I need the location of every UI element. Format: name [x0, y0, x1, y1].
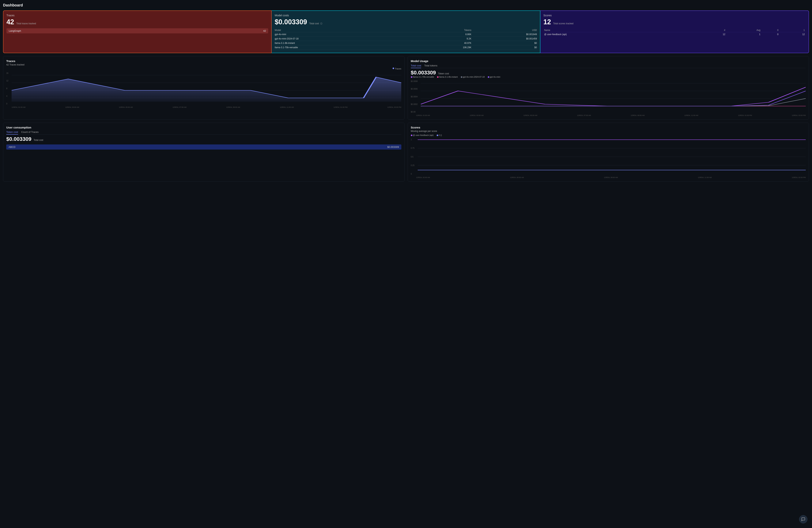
scores-col-hash: #	[700, 28, 726, 32]
traces-x-labels: 12/8/24, 01:00 AM12/8/24, 03:00 AM12/8/2…	[6, 106, 401, 108]
legend-item: gpt-4o-mini	[488, 76, 500, 78]
table-row: llama-3.1-8b-instant40.97K$0	[275, 41, 537, 45]
page-title: Dashboard	[3, 3, 809, 7]
chat-button[interactable]	[799, 515, 808, 524]
traces-card-label: Traces	[6, 14, 268, 17]
scores-sub: Total scores tracked	[553, 22, 574, 25]
user-bar-value: $0.003309	[387, 146, 399, 148]
model-usage-x-labels: 12/8/24, 01:00 AM12/8/24, 03:00 AM12/8/2…	[411, 115, 806, 116]
x-label: 12/8/24, 02:00 AM	[416, 177, 430, 178]
x-label: 12/8/24, 07:00 AM	[577, 115, 591, 116]
user-consumption-title: User consumption	[6, 126, 401, 129]
info-icon: ⓘ	[320, 22, 322, 25]
scores-bottom-panel: Scores Moving average per score @ user-f…	[408, 123, 809, 182]
x-label: 12/8/24, 05:00 AM	[523, 115, 537, 116]
model-usage-svg	[421, 79, 806, 110]
model-costs-col-tokens: Tokens	[420, 28, 471, 32]
x-label: 12/8/24, 07:00 AM	[173, 106, 186, 108]
traces-legend-label: Traces	[395, 67, 401, 70]
traces-sub: Total traces tracked	[16, 22, 36, 25]
x-label: 12/8/24, 05:00 AM	[510, 177, 524, 178]
model-costs-label: Model costs	[275, 14, 537, 17]
legend-item: llama-3.1-70b-versatile	[411, 76, 434, 78]
x-label: 12/8/24, 05:00 AM	[119, 106, 133, 108]
traces-svg	[12, 71, 401, 102]
traces-bar-label: LangGraph	[9, 29, 21, 32]
x-label: 12/8/24, 03:00 PM	[387, 106, 401, 108]
legend-item: # ()	[437, 134, 442, 136]
user-consumption-sub: Total cost	[34, 139, 43, 141]
model-usage-big-num: $0.003309	[411, 70, 436, 76]
scores-table: Name # Avg 0 1 @ user-feedback (api)1210…	[543, 28, 806, 36]
traces-chart: 1612840	[6, 71, 401, 106]
traces-y-labels: 1612840	[6, 71, 12, 106]
model-costs-big-num: $0.003309	[275, 18, 307, 26]
legend-item: gpt-4o-mini-2024-07-18	[461, 76, 485, 78]
scores-col-1: 1	[779, 28, 806, 32]
x-label: 12/8/24, 01:00 PM	[738, 115, 752, 116]
user-consumption-big-num: $0.003309	[6, 136, 31, 142]
x-label: 12/8/24, 02:00 PM	[792, 177, 806, 178]
traces-bar: LangGraph 42	[6, 28, 268, 33]
x-label: 12/8/24, 08:00 AM	[604, 177, 618, 178]
x-label: 12/8/24, 11:00 AM	[698, 177, 712, 178]
scores-svg	[418, 138, 806, 172]
scores-legend: @ user-feedback (api)# ()	[411, 134, 806, 136]
model-usage-title: Model Usage	[411, 59, 806, 63]
top-cards: Traces 42 Total traces tracked LangGraph…	[3, 11, 809, 53]
legend-item: llama-3.1-8b-instant	[437, 76, 458, 78]
traces-big-num: 42	[6, 18, 14, 26]
x-label: 12/8/24, 11:00 AM	[684, 115, 698, 116]
model-costs-col-model: Model	[275, 28, 420, 32]
traces-bar-value: 42	[263, 29, 266, 32]
model-costs-col-usd: USD	[471, 28, 537, 32]
x-label: 12/8/24, 09:00 AM	[226, 106, 240, 108]
x-label: 12/8/24, 01:00 PM	[334, 106, 348, 108]
x-label: 12/8/24, 11:00 AM	[280, 106, 294, 108]
model-usage-chart: $0.0008$0.0006$0.0004$0.0002$0.00	[411, 79, 806, 114]
user-consumption-tabs: Token cost Count of Traces	[6, 130, 401, 135]
scores-col-0: 0	[761, 28, 779, 32]
x-label: 12/8/24, 01:00 AM	[12, 106, 26, 108]
x-label: 12/8/24, 09:00 AM	[630, 115, 644, 116]
top-traces-card: Traces 42 Total traces tracked LangGraph…	[3, 11, 272, 53]
model-costs-table: Model Tokens USD gpt-4o-mini8.86K$0.0016…	[275, 28, 537, 50]
scores-x-labels: 12/8/24, 02:00 AM12/8/24, 05:00 AM12/8/2…	[411, 177, 806, 178]
table-row: gpt-4o-mini-2024-07-189.2K$0.001459	[275, 36, 537, 41]
x-label: 12/8/24, 03:00 AM	[65, 106, 79, 108]
scores-col-avg: Avg	[726, 28, 761, 32]
table-row: llama-3.1-70b-versatile106.29K$0	[275, 45, 537, 50]
scores-y-labels: 10.750.50.250	[411, 138, 418, 176]
table-row: gpt-4o-mini8.86K$0.001649	[275, 32, 537, 36]
legend-item: @ user-feedback (api)	[411, 134, 434, 136]
x-label: 12/8/24, 03:00 PM	[792, 115, 806, 116]
model-usage-legend: llama-3.1-70b-versatilellama-3.1-8b-inst…	[411, 76, 806, 78]
user-bar-label: ABCD	[9, 146, 15, 148]
model-usage-panel: Model Usage Total cost Total tokens $0.0…	[408, 56, 809, 120]
x-label: 12/8/24, 03:00 AM	[470, 115, 483, 116]
scores-big-num: 12	[543, 18, 551, 26]
traces-panel-subtitle: 42 Traces tracked	[6, 63, 401, 66]
tab-total-tokens[interactable]: Total tokens	[424, 63, 437, 68]
model-usage-sub: Token cost	[438, 72, 449, 75]
model-usage-tabs: Total cost Total tokens	[411, 63, 806, 68]
table-row: @ user-feedback (api)121012	[543, 32, 806, 36]
scores-chart: 10.750.50.250	[411, 138, 806, 176]
scores-col-name: Name	[543, 28, 700, 32]
x-label: 12/8/24, 01:00 AM	[416, 115, 430, 116]
traces-panel: Traces 42 Traces tracked Traces 1612840	[3, 56, 405, 120]
model-costs-sub: Total cost	[309, 22, 319, 25]
top-model-costs-card: Model costs $0.003309 Total cost ⓘ Model…	[272, 11, 540, 53]
traces-legend-dot	[393, 67, 394, 69]
model-usage-y-labels: $0.0008$0.0006$0.0004$0.0002$0.00	[411, 79, 416, 114]
tab-count-traces[interactable]: Count of Traces	[21, 130, 39, 135]
bottom-grid: Traces 42 Traces tracked Traces 1612840	[3, 56, 809, 182]
top-scores-card: Scores 12 Total scores tracked Name # Av…	[540, 11, 809, 53]
scores-bottom-subtitle: Moving average per score	[411, 130, 806, 133]
tab-token-cost[interactable]: Token cost	[6, 130, 18, 135]
traces-panel-title: Traces	[6, 59, 401, 63]
scores-bottom-title: Scores	[411, 126, 806, 129]
scores-card-label: Scores	[543, 14, 806, 17]
user-consumption-bar: ABCD $0.003309	[6, 145, 401, 150]
tab-total-cost[interactable]: Total cost	[411, 63, 421, 68]
